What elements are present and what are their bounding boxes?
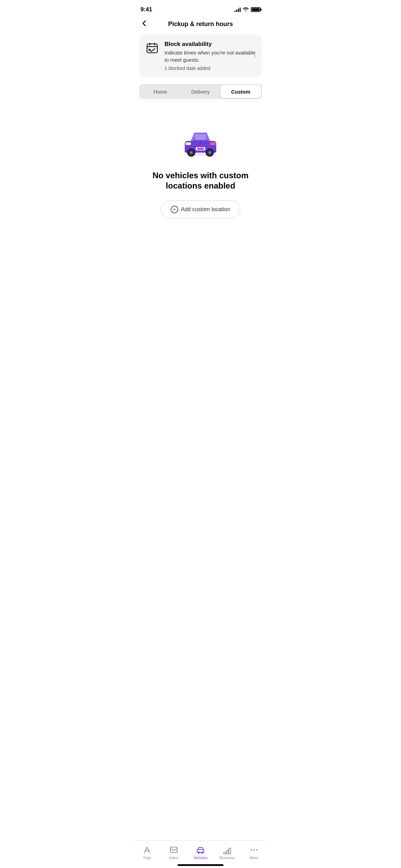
tab-delivery[interactable]: Delivery bbox=[180, 85, 220, 98]
car-illustration bbox=[180, 123, 221, 161]
svg-point-21 bbox=[209, 152, 211, 154]
segment-control: Home Delivery Custom bbox=[139, 84, 262, 99]
status-time: 9:41 bbox=[141, 6, 152, 13]
block-title: Block availability bbox=[165, 41, 256, 48]
signal-icon bbox=[234, 7, 241, 12]
block-icon bbox=[145, 41, 160, 56]
block-status: 1 blocked date added bbox=[165, 65, 256, 71]
plus-circle-icon: + bbox=[171, 206, 178, 213]
status-bar: 9:41 bbox=[134, 0, 267, 17]
svg-rect-13 bbox=[210, 142, 216, 145]
page-title: Pickup & return hours bbox=[141, 21, 260, 28]
svg-rect-12 bbox=[185, 142, 191, 145]
block-availability-card[interactable]: Block availability Indicate times when y… bbox=[139, 35, 262, 77]
add-location-label: Add custom location bbox=[181, 206, 230, 213]
block-description: Indicate times when you're not available… bbox=[165, 49, 256, 63]
chevron-right-icon: › bbox=[254, 52, 256, 60]
wifi-icon bbox=[243, 7, 249, 13]
empty-state: No vehicles with custom locations enable… bbox=[134, 109, 267, 232]
header: Pickup & return hours bbox=[134, 17, 267, 35]
svg-rect-0 bbox=[147, 44, 157, 53]
svg-point-18 bbox=[190, 152, 192, 154]
tab-custom[interactable]: Custom bbox=[221, 85, 261, 98]
empty-state-title: No vehicles with custom locations enable… bbox=[144, 170, 257, 191]
battery-icon bbox=[251, 7, 260, 12]
tab-home[interactable]: Home bbox=[140, 85, 180, 98]
svg-rect-11 bbox=[197, 148, 204, 150]
add-custom-location-button[interactable]: + Add custom location bbox=[161, 201, 240, 218]
status-icons bbox=[234, 7, 260, 13]
back-button[interactable] bbox=[139, 18, 149, 31]
svg-rect-8 bbox=[195, 134, 206, 140]
block-content: Block availability Indicate times when y… bbox=[165, 41, 256, 71]
